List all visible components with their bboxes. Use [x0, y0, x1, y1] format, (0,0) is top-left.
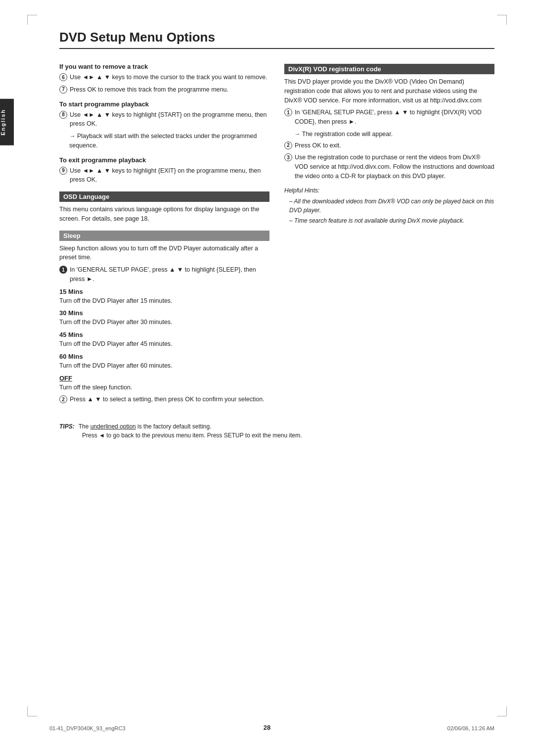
tips-section: TIPS: The underlined option is the facto…: [59, 422, 494, 440]
divx-item-2: 2 Press OK to exit.: [284, 141, 494, 150]
footer-right: 02/06/06, 11:26 AM: [447, 725, 494, 731]
right-column: DivX(R) VOD registration code This DVD p…: [284, 57, 494, 407]
list-item-8: 8 Use ◄► ▲ ▼ keys to highlight {START} o…: [59, 110, 269, 129]
english-tab: English: [0, 99, 14, 145]
num-7: 7: [59, 86, 67, 94]
sleep-item2-text: Press ▲ ▼ to select a setting, then pres…: [70, 395, 265, 404]
osd-language-heading: OSD Language: [59, 191, 269, 202]
list-item-sleep-1: 1 In 'GENERAL SETUP PAGE', press ▲ ▼ to …: [59, 265, 269, 284]
corner-bl: [27, 707, 37, 716]
divx-item-3: 3 Use the registration code to purchase …: [284, 153, 494, 181]
divx-item2-text: Press OK to exit.: [295, 141, 341, 150]
mins15-heading: 15 Mins: [59, 288, 269, 295]
divx-num-1: 1: [284, 108, 292, 116]
mins30-heading: 30 Mins: [59, 309, 269, 317]
item9-text: Use ◄► ▲ ▼ keys to highlight {EXIT} on t…: [70, 166, 269, 185]
tips-row1: TIPS: The underlined option is the facto…: [59, 422, 494, 431]
mins60-heading: 60 Mins: [59, 353, 269, 360]
mins45-heading: 45 Mins: [59, 331, 269, 338]
sleep-heading: Sleep: [59, 231, 269, 241]
num-8: 8: [59, 111, 67, 119]
mins15-body: Turn off the DVD Player after 15 minutes…: [59, 296, 269, 306]
page-number: 28: [264, 724, 270, 731]
item8-arrow: Playback will start with the selected tr…: [59, 132, 269, 150]
num-9: 9: [59, 167, 67, 175]
tips-line2-container: Press ◄ to go back to the previous menu …: [59, 431, 494, 440]
left-column: If you want to remove a track 6 Use ◄► ▲…: [59, 57, 269, 407]
mins45-body: Turn off the DVD Player after 45 minutes…: [59, 339, 269, 349]
sleep-body: Sleep function allows you to turn off th…: [59, 244, 269, 263]
item8-text: Use ◄► ▲ ▼ keys to highlight {START} on …: [70, 110, 269, 129]
hint1: All the downloaded videos from DivX® VOD…: [284, 197, 494, 215]
tips-line1-post: is the factory default setting.: [136, 423, 212, 430]
sleep-item1-text: In 'GENERAL SETUP PAGE', press ▲ ▼ to hi…: [70, 265, 269, 284]
section-start-playback-heading: To start programme playback: [59, 100, 269, 108]
page-footer: 01-41_DVP3040K_93_engRC3 02/06/06, 11:26…: [49, 725, 494, 731]
divx-item1-arrow: The registration code will appear.: [284, 130, 494, 139]
item6-text: Use ◄► ▲ ▼ keys to move the cursor to th…: [70, 73, 267, 82]
helpful-hints-label: Helpful Hints:: [284, 186, 494, 195]
footer-left: 01-41_DVP3040K_93_engRC3: [49, 725, 126, 731]
divx-item1-text: In 'GENERAL SETUP PAGE', press ▲ ▼ to hi…: [295, 108, 494, 127]
list-item-sleep-2: 2 Press ▲ ▼ to select a setting, then pr…: [59, 395, 269, 404]
tips-line1-pre: The: [79, 423, 90, 430]
list-item-9: 9 Use ◄► ▲ ▼ keys to highlight {EXIT} on…: [59, 166, 269, 185]
list-item-6: 6 Use ◄► ▲ ▼ keys to move the cursor to …: [59, 73, 269, 82]
tips-line2: Press ◄ to go back to the previous menu …: [82, 432, 302, 439]
tips-label: TIPS:: [59, 422, 75, 431]
off-heading: OFF: [59, 375, 269, 382]
divx-num-2: 2: [284, 142, 292, 149]
num-1-filled: 1: [59, 266, 67, 274]
page-title: DVD Setup Menu Options: [59, 30, 494, 49]
mins30-body: Turn off the DVD Player after 30 minutes…: [59, 318, 269, 327]
corner-tr: [497, 15, 507, 25]
divx-item-1: 1 In 'GENERAL SETUP PAGE', press ▲ ▼ to …: [284, 108, 494, 127]
mins60-body: Turn off the DVD Player after 60 minutes…: [59, 361, 269, 371]
off-body: Turn off the sleep function.: [59, 383, 269, 392]
page-container: English DVD Setup Menu Options If you wa…: [0, 0, 534, 756]
section-exit-playback-heading: To exit programme playback: [59, 156, 269, 164]
divx-item3-text: Use the registration code to purchase or…: [295, 153, 494, 181]
hint2: Time search feature is not available dur…: [284, 216, 494, 225]
helpful-hints: Helpful Hints: All the downloaded videos…: [284, 186, 494, 225]
divx-body1: This DVD player provide you the DivX® VO…: [284, 77, 494, 105]
num-6: 6: [59, 73, 67, 81]
list-item-7: 7 Press OK to remove this track from the…: [59, 85, 269, 94]
divx-heading: DivX(R) VOD registration code: [284, 64, 494, 74]
main-columns: If you want to remove a track 6 Use ◄► ▲…: [59, 57, 494, 407]
corner-br: [497, 707, 507, 716]
corner-tl: [27, 15, 37, 25]
tips-underlined-option: underlined option: [90, 423, 136, 430]
item7-text: Press OK to remove this track from the p…: [70, 85, 228, 94]
osd-language-body: This menu contains various language opti…: [59, 205, 269, 224]
num-2: 2: [59, 395, 67, 403]
tips-line1: The underlined option is the factory def…: [79, 422, 212, 431]
divx-num-3: 3: [284, 153, 292, 161]
section-remove-track-heading: If you want to remove a track: [59, 63, 269, 70]
